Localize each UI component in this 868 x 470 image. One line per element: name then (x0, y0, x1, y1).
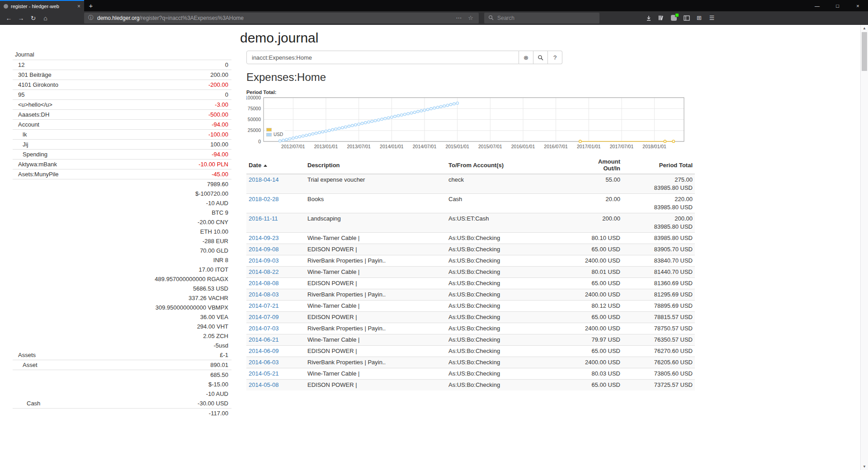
scroll-up-icon[interactable]: ▲ (861, 25, 868, 32)
description-cell: EDISON POWER | (305, 244, 446, 255)
account-link (13, 284, 193, 293)
account-link[interactable]: <u>hello</u> (13, 100, 215, 109)
column-header-date[interactable]: Date (246, 156, 305, 174)
date-link[interactable]: 2016-11-11 (249, 215, 278, 222)
query-input[interactable] (246, 51, 519, 64)
extension-icon[interactable] (668, 13, 680, 24)
account-link[interactable]: Jij (13, 140, 210, 149)
date-link[interactable]: 2014-06-03 (249, 359, 279, 366)
account-cell[interactable]: As:US:Bo:Checking (446, 267, 582, 278)
forward-button[interactable]: → (15, 13, 27, 24)
scrollbar-thumb[interactable] (862, 32, 867, 71)
date-link[interactable]: 2014-08-03 (249, 291, 279, 298)
account-link[interactable]: Aaasets:DH (13, 110, 208, 119)
account-cell[interactable]: As:US:Bo:Checking (446, 312, 582, 323)
account-link[interactable]: Assets (13, 350, 220, 360)
downloads-icon[interactable] (642, 13, 655, 24)
account-link[interactable]: 301 Beiträge (13, 70, 210, 80)
account-cell[interactable]: As:US:Bo:Checking (446, 233, 582, 244)
date-link[interactable]: 2014-09-03 (249, 257, 279, 264)
url-bar[interactable]: ⓘ demo.hledger.org/register?q=inacct%3AE… (84, 13, 479, 24)
column-header-amount-out-in[interactable]: Amount Out/In (582, 156, 623, 174)
account-link[interactable]: Asset (13, 360, 210, 370)
journal-link[interactable]: Journal (13, 50, 231, 60)
main-panel: demo.journal ⊗ ? Expenses:Home Period To… (240, 25, 695, 390)
account-balance: $-15.00 (208, 380, 231, 389)
date-link[interactable]: 2014-07-21 (249, 302, 279, 309)
account-link[interactable]: Aktywa:mBank (13, 160, 198, 169)
column-header-to-from-account-s-[interactable]: To/From Account(s) (446, 156, 582, 174)
site-info-icon[interactable]: ⓘ (88, 14, 94, 22)
clear-query-button[interactable]: ⊗ (519, 51, 533, 64)
account-cell[interactable]: As:US:Bo:Checking (446, 380, 582, 391)
sidebar-account-row: 950 (13, 89, 231, 99)
account-link[interactable]: 4101 Girokonto (13, 80, 208, 89)
account-balance: -10 AUD (206, 389, 231, 399)
account-cell[interactable]: As:US:Bo:Checking (446, 323, 582, 334)
grid-icon[interactable]: ⊞ (693, 13, 705, 24)
account-cell[interactable]: As:US:Bo:Checking (446, 278, 582, 289)
help-button[interactable]: ? (548, 51, 562, 64)
account-link[interactable]: 12 (13, 60, 225, 70)
account-cell[interactable]: As:US:Bo:Checking (446, 255, 582, 267)
library-icon[interactable] (655, 13, 667, 24)
account-link[interactable]: Cash (13, 399, 198, 408)
page-actions-icon[interactable]: ⋯ (454, 14, 463, 21)
date-link[interactable]: 2014-05-21 (249, 370, 279, 377)
menu-icon[interactable]: ☰ (706, 13, 718, 24)
date-link[interactable]: 2018-02-28 (249, 196, 279, 202)
bookmark-star-icon[interactable]: ☆ (467, 14, 475, 21)
account-cell[interactable]: As:US:Bo:Checking (446, 357, 582, 368)
submit-search-button[interactable] (533, 51, 548, 64)
column-header-period-total[interactable]: Period Total (623, 156, 695, 174)
date-link[interactable]: 2014-06-09 (249, 348, 279, 354)
chart-title: Period Total: (246, 89, 695, 95)
date-link[interactable]: 2014-07-09 (249, 314, 279, 320)
account-cell[interactable]: As:US:Bo:Checking (446, 289, 582, 301)
account-cell[interactable]: As:US:Bo:Checking (446, 244, 582, 255)
account-cell[interactable]: As:US:Bo:Checking (446, 346, 582, 357)
description-cell: Wine-Tarner Cable | (305, 334, 446, 346)
date-cell: 2014-08-03 (246, 289, 305, 301)
account-link (13, 217, 198, 227)
account-cell[interactable]: As:US:Bo:Checking (446, 301, 582, 312)
scroll-down-icon[interactable]: ▼ (861, 463, 868, 470)
reload-button[interactable]: ↻ (27, 13, 39, 24)
account-link[interactable]: Asets:MunyPile (13, 169, 212, 179)
date-link[interactable]: 2014-09-08 (249, 246, 279, 253)
date-link[interactable]: 2014-07-03 (249, 325, 279, 332)
tab-close-icon[interactable]: × (77, 4, 80, 9)
register-row: 2014-06-09EDISON POWER |As:US:Bo:Checkin… (246, 346, 695, 357)
account-link[interactable]: Account (13, 120, 212, 129)
account-link (13, 331, 203, 341)
date-link[interactable]: 2014-08-08 (249, 280, 279, 287)
account-cell[interactable]: As:US:ET:Cash (446, 213, 582, 233)
new-tab-button[interactable]: + (84, 0, 98, 11)
account-link[interactable]: lk (13, 130, 208, 139)
column-header-description[interactable]: Description (305, 156, 446, 174)
browser-search-bar[interactable]: Search (484, 13, 599, 24)
close-button[interactable]: × (848, 0, 868, 11)
account-link[interactable]: Spending (13, 150, 212, 159)
account-cell[interactable]: Cash (446, 194, 582, 213)
register-row: 2014-07-03RiverBank Properties | Payin..… (246, 323, 695, 334)
restore-button[interactable]: □ (827, 0, 848, 11)
home-button[interactable]: ⌂ (39, 13, 52, 24)
date-link[interactable]: 2014-06-21 (249, 336, 279, 343)
date-link[interactable]: 2014-05-08 (249, 381, 279, 388)
amount-cell: 65.00 USD (582, 312, 623, 323)
account-cell[interactable]: As:US:Bo:Checking (446, 334, 582, 346)
date-link[interactable]: 2014-08-22 (249, 268, 279, 275)
sidebars-icon[interactable] (680, 13, 693, 24)
account-cell[interactable]: As:US:Bo:Checking (446, 368, 582, 380)
account-cell[interactable]: check (446, 174, 582, 194)
date-link[interactable]: 2014-09-23 (249, 235, 279, 241)
back-button[interactable]: ← (3, 13, 15, 24)
minimize-button[interactable]: — (807, 0, 827, 11)
account-link[interactable]: 95 (13, 90, 225, 99)
browser-tab[interactable]: register - hledger-web × (0, 0, 84, 11)
date-link[interactable]: 2018-04-14 (249, 176, 279, 183)
page-scrollbar[interactable]: ▲ ▼ (860, 25, 868, 470)
period-total-cell: 78815.57 USD (623, 312, 695, 323)
date-cell: 2014-08-08 (246, 278, 305, 289)
